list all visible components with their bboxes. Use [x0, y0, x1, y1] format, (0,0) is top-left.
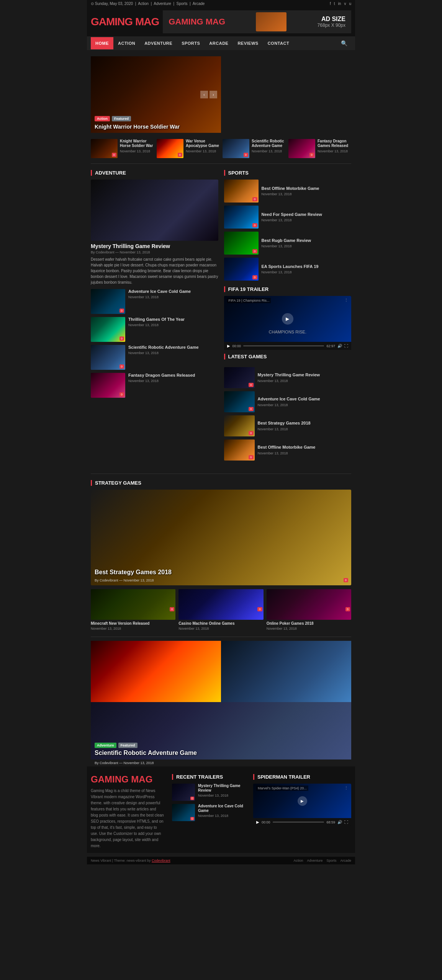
carousel-next[interactable]: ›: [210, 91, 217, 98]
adv-badge-0: 0: [120, 309, 124, 313]
sp-more-icon[interactable]: ⋮: [344, 786, 348, 790]
latest-1: 0 Adventure Ice Cave Cold Game November …: [224, 391, 352, 412]
header-banner: GAMING MAG AD SIZE 768px X 90px: [163, 10, 351, 33]
latest-badge-3: 0: [249, 455, 253, 459]
sp-volume-icon[interactable]: 🔊: [337, 820, 342, 824]
site-logo[interactable]: GAMING MAG: [91, 16, 159, 28]
strategy-sub-badge-1: 0: [257, 607, 262, 611]
adv-item-3: 0 Fantasy Dragon Games Released November…: [91, 373, 218, 398]
youtube-icon[interactable]: u: [349, 2, 351, 6]
small-title-3[interactable]: Fantasy Dragon Games Released: [318, 139, 351, 148]
fullscreen-icon[interactable]: ⛶: [344, 344, 348, 348]
tag-action[interactable]: Action: [95, 116, 110, 121]
footer-trailer-title-0[interactable]: Mystery Thrilling Game Review: [198, 784, 246, 793]
adventure-main-title[interactable]: Mystery Thrilling Game Review: [91, 243, 218, 249]
strategy-sub-title-2[interactable]: Online Poker Games 2018: [267, 621, 351, 626]
ad-dims: 768px X 90px: [318, 23, 345, 28]
footer-spiderman-title: SPIDERMAN TRAILER: [253, 774, 351, 780]
linkedin-icon[interactable]: in: [338, 2, 341, 6]
sp-progress[interactable]: [273, 822, 324, 823]
nav-sports[interactable]: SPORTS: [177, 37, 205, 49]
adv-list-title-1[interactable]: Thrilling Games Of The Year: [128, 317, 185, 322]
facebook-icon[interactable]: f: [330, 2, 331, 6]
sports-title-0[interactable]: Best Offline Motorbike Game: [262, 186, 319, 191]
latest-title-3[interactable]: Best Offline Motorbike Game: [258, 445, 316, 450]
twitter-icon[interactable]: t: [334, 2, 335, 6]
hero-main-title[interactable]: Knight Warrior Horse Soldier War: [95, 124, 180, 130]
top-link-arcade[interactable]: Arcade: [193, 2, 205, 6]
nav-reviews[interactable]: REVIEWS: [233, 37, 263, 49]
bottom-link[interactable]: Codevibrant: [152, 859, 170, 862]
search-icon[interactable]: 🔍: [337, 36, 351, 50]
adv-list-title-3[interactable]: Fantasy Dragon Games Released: [128, 373, 195, 378]
latest-date-2: November 13, 2018: [258, 427, 311, 431]
sports-item-3: 0 EA Sports Launches FIFA 19 November 13…: [224, 258, 352, 281]
sports-info-0: Best Offline Motorbike Game November 13,…: [262, 186, 319, 196]
top-link-sports[interactable]: Sports: [177, 2, 188, 6]
sports-title-2[interactable]: Best Rugb Game Review: [262, 238, 311, 243]
latest-title-0[interactable]: Mystery Thrilling Game Review: [258, 372, 320, 377]
hero-main[interactable]: ‹ › Action Featured Knight Warrior Horse…: [91, 56, 221, 133]
strategy-sub-2: 0 Online Poker Games 2018 November 13, 2…: [267, 589, 351, 630]
sports-item-1: 0 Need For Speed Game Review November 13…: [224, 206, 352, 229]
latest-info-0: Mystery Thrilling Game Review November 1…: [258, 372, 320, 382]
spacer: [91, 285, 218, 289]
sports-title-3[interactable]: EA Sports Launches FIFA 19: [262, 264, 319, 269]
volume-icon[interactable]: 🔊: [337, 344, 342, 348]
footer-nav-sports[interactable]: Sports: [326, 859, 336, 862]
sp-fullscreen-icon[interactable]: ⛶: [344, 820, 348, 824]
footer-trailers-title: RECENT TRAILERS: [172, 774, 246, 780]
footer-nav-arcade[interactable]: Arcade: [340, 859, 351, 862]
logo-text: GAMING: [91, 16, 135, 28]
fifa-video-thumb[interactable]: FIFA 19 | Champions Ris... ⋮ ▶ CHAMPIONS…: [224, 296, 352, 342]
featured-title[interactable]: Scientific Robotic Adventure Game: [95, 750, 197, 756]
footer-logo[interactable]: GAMING MAG: [91, 774, 164, 785]
latest-thumb-2: 0: [224, 415, 255, 436]
footer-trailers-col: RECENT TRAILERS 0 Mystery Thrilling Game…: [172, 774, 246, 849]
small-title-2[interactable]: Scientific Robotic Adventure Game: [252, 139, 285, 148]
nav-action[interactable]: ACTION: [113, 37, 140, 49]
nav-adventure[interactable]: ADVENTURE: [140, 37, 177, 49]
small-title-1[interactable]: War Venue Apocalypse Game: [186, 139, 219, 148]
sp-play-btn[interactable]: ▶: [256, 820, 259, 824]
latest-title-1[interactable]: Adventure Ice Cave Cold Game: [258, 397, 320, 402]
adv-item-0: 0 Adventure Ice Cave Cold Game November …: [91, 289, 218, 314]
adv-list-title-0[interactable]: Adventure Ice Cave Cold Game: [128, 289, 191, 294]
top-link-action[interactable]: Action: [138, 2, 149, 6]
small-info-2: Scientific Robotic Adventure Game Novemb…: [252, 139, 285, 153]
carousel-prev[interactable]: ‹: [200, 91, 208, 98]
strategy-main-image[interactable]: Best Strategy Games 2018 By Codevibrant …: [91, 490, 351, 585]
sports-thumb-3: 0: [224, 258, 259, 281]
tag-adventure[interactable]: Adventure: [95, 743, 116, 748]
latest-info-3: Best Offline Motorbike Game November 13,…: [258, 445, 316, 455]
latest-title-2[interactable]: Best Strategy Games 2018: [258, 421, 311, 426]
footer-trailer-title-1[interactable]: Adventure Ice Cave Cold Game: [198, 804, 246, 813]
adv-list-title-2[interactable]: Scientific Robotic Adventure Game: [128, 345, 199, 350]
small-title-0[interactable]: Knight Warrior Horse Soldier War: [120, 139, 154, 148]
sports-thumb-0: 0: [224, 180, 259, 203]
play-icon[interactable]: ▶: [282, 313, 293, 325]
footer-nav-action[interactable]: Action: [293, 859, 303, 862]
video-progress[interactable]: [243, 345, 324, 346]
top-link-adventure[interactable]: Adventure: [154, 2, 171, 6]
strategy-sub-title-1[interactable]: Casino Machine Online Games: [178, 621, 263, 626]
footer-trailer-date-1: November 13, 2018: [198, 814, 246, 818]
nav-contact[interactable]: CONTACT: [263, 37, 294, 49]
more-icon[interactable]: ⋮: [344, 298, 348, 302]
adv-info-0: Adventure Ice Cave Cold Game November 13…: [128, 289, 191, 299]
strategy-sub-title-0[interactable]: Minecraft New Version Released: [91, 621, 175, 626]
nav-arcade[interactable]: ARCADE: [205, 37, 233, 49]
video-play-btn[interactable]: ▶: [227, 344, 230, 348]
vimeo-icon[interactable]: v: [344, 2, 346, 6]
sports-title-1[interactable]: Need For Speed Game Review: [262, 212, 322, 217]
tag-featured[interactable]: Featured: [112, 116, 131, 121]
tag-featured-2[interactable]: Featured: [118, 743, 138, 748]
footer-bottom: News Vibrant | Theme: news-vibrant by Co…: [87, 857, 355, 864]
nav-home[interactable]: HOME: [91, 37, 113, 49]
adv-info-1: Thrilling Games Of The Year November 13,…: [128, 317, 185, 327]
footer-nav-adventure[interactable]: Adventure: [307, 859, 322, 862]
video-controls: ▶ 00:00 62:97 🔊 ⛶: [224, 342, 352, 350]
strategy-sub-badge-2: 0: [345, 607, 350, 611]
sp-play-icon[interactable]: ▶: [298, 796, 307, 806]
spiderman-thumb[interactable]: Marvel's Spider-Man (PS4) 20... ⋮ ▶: [253, 784, 351, 818]
